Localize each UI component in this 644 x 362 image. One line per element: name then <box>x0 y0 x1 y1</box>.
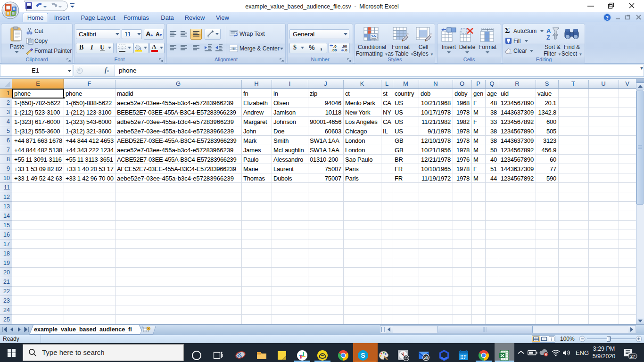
svg-text:.0: .0 <box>344 48 347 52</box>
svg-text:a: a <box>233 47 235 50</box>
svg-text:59: 59 <box>423 355 428 360</box>
svg-text:S: S <box>361 352 365 359</box>
svg-text:.00: .00 <box>331 48 337 52</box>
svg-text:A: A <box>546 27 551 34</box>
svg-text:27: 27 <box>630 354 636 359</box>
svg-text:Z: Z <box>546 34 550 41</box>
svg-text:?: ? <box>606 15 609 21</box>
